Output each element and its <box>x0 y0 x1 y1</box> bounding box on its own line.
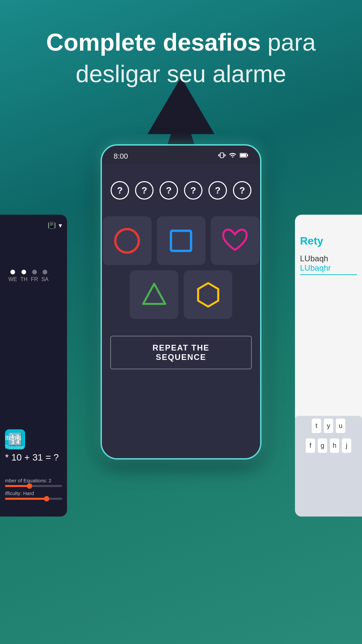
retype-label: Rety <box>300 235 357 247</box>
seq-item-1: ? <box>111 181 129 200</box>
key-f[interactable]: f <box>306 438 315 453</box>
shapes-grid <box>110 216 252 319</box>
keyboard: t y u f g h j <box>295 416 362 517</box>
key-u[interactable]: u <box>336 419 345 433</box>
svg-marker-8 <box>198 283 218 307</box>
key-g[interactable]: g <box>318 438 327 453</box>
phone-mockup: 8:00 <box>101 144 261 460</box>
sequence-indicators: ? ? ? ? ? ? <box>111 181 251 200</box>
shapes-row-1 <box>103 216 259 265</box>
seq-item-5: ? <box>208 181 227 200</box>
header-bold-text: Complete desafios <box>46 29 261 56</box>
equations-slider-thumb <box>27 483 32 489</box>
svg-marker-7 <box>143 284 165 304</box>
battery-icon <box>240 152 248 161</box>
heart-button[interactable] <box>211 216 259 265</box>
svg-point-5 <box>115 229 139 253</box>
left-side-panel: 📳 ▾ WE TH FR SA 🔢 Items Preview <box>0 215 67 517</box>
left-wifi-icon: ▾ <box>59 221 62 229</box>
equation-text: * 10 + 31 = ? <box>5 452 62 463</box>
equations-slider-fill <box>5 485 28 487</box>
retype-line1: LUbaqh <box>300 254 357 263</box>
header-section: Complete desafios para desligar seu alar… <box>0 27 362 90</box>
phone-screen-content: ? ? ? ? ? ? <box>102 164 260 459</box>
wifi-icon <box>229 152 236 161</box>
day-we: WE <box>8 270 17 282</box>
difficulty-slider-fill <box>5 498 45 500</box>
svg-rect-6 <box>171 231 191 251</box>
circle-button[interactable] <box>103 216 152 265</box>
day-fr: FR <box>31 270 38 282</box>
square-button[interactable] <box>157 216 205 265</box>
day-fr-label: FR <box>31 276 38 282</box>
equations-label: mber of Equations: 2 <box>5 478 62 483</box>
seq-item-2: ? <box>135 181 154 200</box>
keyboard-row-2: f g h j <box>295 436 362 455</box>
seq-item-6: ? <box>233 181 251 200</box>
svg-rect-3 <box>247 154 248 156</box>
phone-screen-outer: 8:00 <box>101 144 261 460</box>
difficulty-label: ifficulty: Hard <box>5 490 62 496</box>
left-sliders: mber of Equations: 2 ifficulty: Hard <box>0 474 67 506</box>
left-vibrate-icon: 📳 <box>48 221 56 229</box>
preview-label: Preview <box>5 444 62 450</box>
seq-item-4: ? <box>184 181 202 200</box>
day-th: TH <box>20 270 27 282</box>
keyboard-row-1: t y u <box>295 416 362 436</box>
triangle-button[interactable] <box>130 270 178 319</box>
left-bottom-section: Items Preview * 10 + 31 = ? <box>0 431 67 466</box>
key-t[interactable]: t <box>312 419 321 433</box>
header-regular-text: para <box>261 29 316 56</box>
svg-rect-4 <box>240 154 246 157</box>
left-status-bar: 📳 ▾ <box>5 221 62 229</box>
time-display: 8:00 <box>114 152 128 161</box>
shapes-row-2 <box>130 270 232 319</box>
day-sa: SA <box>41 270 48 282</box>
equations-slider-track <box>5 485 62 487</box>
status-icons <box>218 152 248 161</box>
key-h[interactable]: h <box>330 438 339 453</box>
retype-line2: LUbaqhr <box>300 263 357 275</box>
left-days-row: WE TH FR SA <box>5 270 62 282</box>
right-side-panel: Rety LUbaqh LUbaqhr t y u f g h j <box>295 215 362 517</box>
day-we-label: WE <box>8 276 17 282</box>
day-th-label: TH <box>20 276 27 282</box>
difficulty-slider-track <box>5 498 62 500</box>
day-sa-label: SA <box>41 276 48 282</box>
header-line2: desligar seu alarme <box>76 60 286 87</box>
hexagon-button[interactable] <box>184 270 232 319</box>
key-y[interactable]: y <box>324 419 333 433</box>
vibrate-icon <box>218 152 226 161</box>
repeat-sequence-button[interactable]: REPEAT THE SEQUENCE <box>110 336 252 369</box>
status-bar: 8:00 <box>102 146 260 164</box>
key-j[interactable]: j <box>342 438 351 453</box>
items-label: Items <box>5 434 62 442</box>
seq-item-3: ? <box>160 181 178 200</box>
difficulty-slider-thumb <box>44 496 49 501</box>
